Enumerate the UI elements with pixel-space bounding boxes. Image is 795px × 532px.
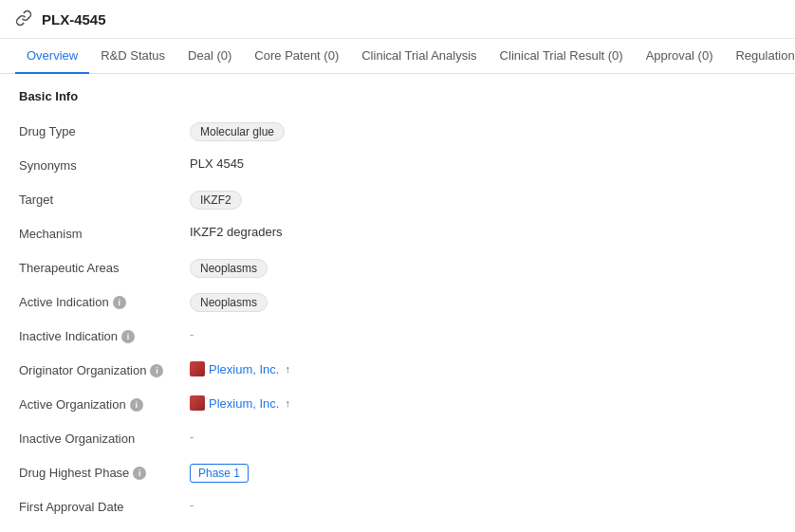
label-drug-highest-phase: Drug Highest Phase i (19, 464, 190, 480)
nav-tabs: Overview R&D Status Deal (0) Core Patent… (0, 39, 795, 74)
org-name-plexium-active[interactable]: Plexium, Inc. (209, 396, 279, 411)
value-originator-org: Plexium, Inc. ↑ (190, 361, 776, 376)
field-synonyms: Synonyms PLX 4545 (19, 149, 776, 183)
value-active-indication: Neoplasms (190, 293, 776, 312)
trend-up-icon-originator: ↑ (285, 363, 290, 375)
field-inactive-indication: Inactive Indication i - (19, 320, 776, 354)
field-therapeutic-areas: Therapeutic Areas Neoplasms (19, 251, 776, 285)
tag-molecular-glue: Molecular glue (190, 122, 285, 141)
field-drug-highest-phase: Drug Highest Phase i Phase 1 (19, 456, 776, 490)
tab-approval[interactable]: Approval (0) (635, 39, 725, 74)
value-inactive-indication: - (190, 327, 776, 341)
tag-ikzf2[interactable]: IKZF2 (190, 191, 242, 210)
org-logo-plexium-active (190, 395, 205, 411)
tab-rd-status[interactable]: R&D Status (89, 39, 176, 74)
label-inactive-org: Inactive Organization (19, 430, 190, 446)
value-drug-highest-phase: Phase 1 (190, 464, 776, 483)
org-name-plexium-originator[interactable]: Plexium, Inc. (209, 362, 279, 376)
tab-regulation[interactable]: Regulation (0) (724, 39, 795, 74)
value-therapeutic-areas: Neoplasms (190, 259, 776, 278)
org-logo-plexium-originator (190, 361, 205, 376)
trend-up-icon-active: ↑ (285, 397, 290, 409)
field-originator-org: Originator Organization i Plexium, Inc. … (19, 354, 776, 388)
value-synonyms: PLX 4545 (190, 156, 776, 171)
label-active-org: Active Organization i (19, 395, 190, 412)
info-icon-active-org[interactable]: i (130, 398, 143, 412)
value-inactive-org: - (190, 430, 776, 444)
value-target: IKZF2 (190, 191, 776, 210)
field-mechanism: Mechanism IKZF2 degraders (19, 217, 776, 251)
tag-neoplasms-indication: Neoplasms (190, 293, 268, 312)
info-icon-inactive-indication[interactable]: i (121, 330, 135, 343)
page-header: PLX-4545 (0, 0, 795, 39)
label-mechanism: Mechanism (19, 225, 190, 241)
tab-clinical-trial-result[interactable]: Clinical Trial Result (0) (489, 39, 635, 74)
info-icon-active-indication[interactable]: i (113, 296, 126, 309)
field-inactive-org: Inactive Organization - (19, 422, 776, 456)
value-active-org: Plexium, Inc. ↑ (190, 395, 776, 411)
value-first-approval-date: - (190, 498, 776, 512)
org-entry-active: Plexium, Inc. ↑ (190, 395, 290, 411)
label-synonyms: Synonyms (19, 156, 190, 173)
value-drug-type: Molecular glue (190, 122, 776, 141)
value-mechanism: IKZF2 degraders (190, 225, 776, 239)
tab-core-patent[interactable]: Core Patent (0) (243, 39, 350, 74)
label-active-indication: Active Indication i (19, 293, 190, 309)
label-target: Target (19, 191, 190, 207)
org-entry-originator: Plexium, Inc. ↑ (190, 361, 290, 376)
section-title: Basic Info (19, 89, 776, 103)
field-drug-type: Drug Type Molecular glue (19, 115, 776, 149)
main-content: Basic Info Drug Type Molecular glue Syno… (0, 74, 795, 532)
label-first-approval-date: First Approval Date (19, 498, 190, 514)
tag-phase1: Phase 1 (190, 464, 249, 483)
label-therapeutic-areas: Therapeutic Areas (19, 259, 190, 275)
field-active-indication: Active Indication i Neoplasms (19, 285, 776, 320)
tab-overview[interactable]: Overview (15, 39, 89, 74)
label-originator-org: Originator Organization i (19, 361, 190, 377)
info-icon-originator-org[interactable]: i (150, 364, 163, 377)
tab-deal[interactable]: Deal (0) (176, 39, 243, 74)
page-title: PLX-4545 (42, 11, 106, 28)
field-first-approval-date: First Approval Date - (19, 490, 776, 524)
label-drug-type: Drug Type (19, 122, 190, 138)
info-icon-drug-highest-phase[interactable]: i (133, 467, 146, 480)
label-inactive-indication: Inactive Indication i (19, 327, 190, 343)
link-icon (15, 9, 34, 28)
field-active-org: Active Organization i Plexium, Inc. ↑ (19, 388, 776, 422)
field-target: Target IKZF2 (19, 183, 776, 217)
tag-neoplasms-therapeutic: Neoplasms (190, 259, 268, 278)
tab-clinical-trial-analysis[interactable]: Clinical Trial Analysis (350, 39, 488, 74)
